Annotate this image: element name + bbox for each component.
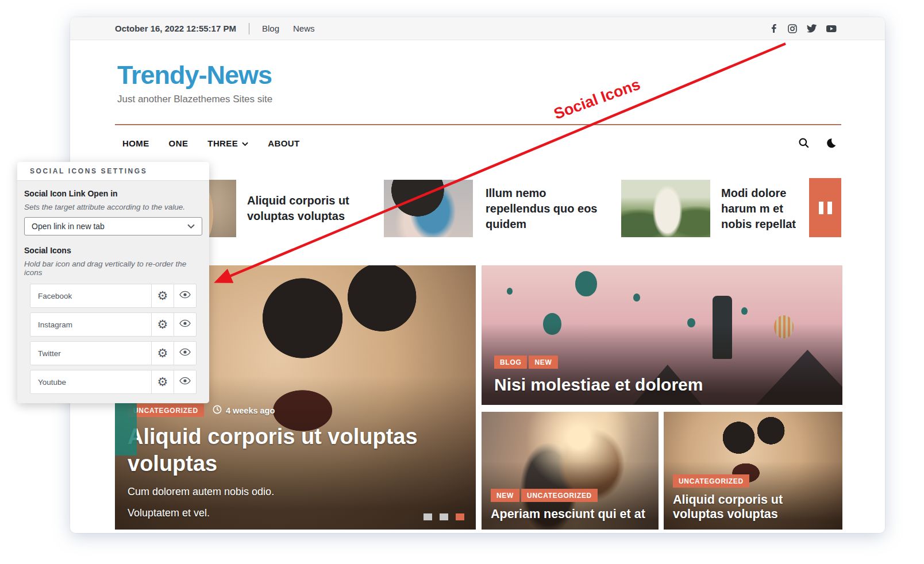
featured-post-card[interactable]: BLOG NEW Nisi molestiae et dolorem [482, 265, 842, 405]
topbar-social-icons [769, 24, 837, 33]
chevron-down-icon [242, 138, 248, 148]
topbar-link-blog[interactable]: Blog [262, 24, 279, 33]
social-icon-row-instagram[interactable]: Instagram ⚙ [30, 312, 197, 337]
featured-post-title[interactable]: Nisi molestiae et dolorem [494, 375, 830, 395]
small-post-card-left[interactable]: NEW UNCATEGORIZED Aperiam nesciunt qui e… [482, 412, 659, 530]
social-icons-settings-panel: SOCIAL ICONS SETTINGS Social Icon Link O… [17, 162, 209, 403]
facebook-icon[interactable] [769, 24, 778, 33]
hero-post-title[interactable]: Aliquid corporis ut voluptas voluptas [128, 423, 449, 477]
topbar-link-news[interactable]: News [293, 24, 315, 33]
search-icon[interactable] [798, 137, 810, 149]
small-post-card-right[interactable]: UNCATEGORIZED Aliquid corporis ut volupt… [664, 412, 842, 530]
category-badge[interactable]: UNCATEGORIZED [128, 404, 204, 417]
eye-icon [179, 291, 191, 301]
news-ticker: Aliquid corporis ut voluptas voluptas Il… [115, 180, 841, 237]
nav-item-one[interactable]: ONE [169, 138, 188, 148]
instagram-icon[interactable] [788, 24, 797, 33]
row-visibility-button[interactable] [174, 313, 196, 336]
hero-excerpt-1: Cum dolorem autem nobis odio. [128, 486, 463, 498]
clock-icon [213, 405, 222, 416]
row-drag-label[interactable]: Youtube [30, 370, 151, 393]
post-time: 4 weeks ago [213, 405, 275, 416]
category-badge[interactable]: NEW [529, 356, 557, 369]
chevron-down-icon [187, 222, 195, 231]
row-settings-button[interactable]: ⚙ [151, 370, 174, 393]
ticker-title-2[interactable]: Illum nemo repellendus quo eos quidem [486, 180, 613, 237]
row-drag-label[interactable]: Twitter [30, 342, 151, 365]
hero-excerpt-2: Voluptatem et vel. [128, 507, 463, 519]
gear-icon: ⚙ [157, 347, 168, 360]
featured-posts-grid: UNCATEGORIZED 4 weeks ago Aliquid corpor… [115, 265, 842, 530]
row-visibility-button[interactable] [174, 370, 196, 393]
category-badge[interactable]: UNCATEGORIZED [673, 474, 749, 488]
gear-icon: ⚙ [157, 376, 168, 388]
social-icon-row-twitter[interactable]: Twitter ⚙ [30, 341, 197, 365]
pause-icon [817, 202, 834, 214]
open-in-select[interactable]: Open link in new tab [24, 217, 202, 235]
category-badge[interactable]: UNCATEGORIZED [521, 489, 598, 502]
youtube-icon[interactable] [826, 25, 837, 33]
carousel-dots [424, 513, 464, 520]
twitter-icon[interactable] [807, 24, 817, 33]
ticker-pause-button[interactable] [809, 178, 841, 237]
row-visibility-button[interactable] [174, 342, 196, 365]
open-in-selected-value: Open link in new tab [32, 222, 105, 231]
main-navigation: HOME ONE THREE ABOUT [122, 125, 837, 161]
carousel-dot-2[interactable] [440, 513, 448, 520]
ticker-title-3[interactable]: Modi dolore harum m et nobis repellat [721, 180, 813, 237]
site-tagline: Just another Blazethemes Sites site [117, 94, 839, 105]
category-badge[interactable]: BLOG [494, 356, 527, 369]
gear-icon: ⚙ [157, 319, 168, 331]
ticker-thumbnail-2[interactable] [384, 180, 473, 237]
dark-mode-moon-icon[interactable] [825, 137, 837, 149]
datetime-text: October 16, 2022 12:55:17 PM [115, 24, 236, 33]
panel-title: SOCIAL ICONS SETTINGS [17, 162, 209, 181]
row-settings-button[interactable]: ⚙ [151, 284, 174, 307]
carousel-dot-3-active[interactable] [456, 513, 464, 520]
site-header: Trendy-News Just another Blazethemes Sit… [117, 40, 839, 105]
social-icons-list: Facebook ⚙ Instagram ⚙ Twitter ⚙ [30, 284, 197, 394]
eye-icon [179, 377, 191, 387]
nav-item-about[interactable]: ABOUT [268, 138, 299, 148]
row-drag-label[interactable]: Facebook [30, 284, 151, 307]
open-in-label: Social Icon Link Open in [24, 189, 202, 198]
carousel-dot-1[interactable] [424, 513, 432, 520]
row-visibility-button[interactable] [174, 284, 196, 307]
row-settings-button[interactable]: ⚙ [151, 313, 174, 336]
nav-utilities [798, 137, 837, 149]
gear-icon: ⚙ [157, 290, 168, 302]
page: October 16, 2022 12:55:17 PM Blog News [0, 0, 924, 564]
nav-item-home[interactable]: HOME [122, 138, 149, 148]
social-icons-label: Social Icons [24, 246, 202, 255]
eye-icon [179, 348, 191, 358]
site-title[interactable]: Trendy-News [117, 62, 839, 88]
row-drag-label[interactable]: Instagram [30, 313, 151, 336]
social-icons-description: Hold bar icon and drag vertically to re-… [24, 260, 202, 277]
hero-content: UNCATEGORIZED 4 weeks ago Aliquid corpor… [115, 393, 476, 530]
nav-item-three[interactable]: THREE [207, 138, 248, 148]
social-icon-row-facebook[interactable]: Facebook ⚙ [30, 284, 197, 308]
panel-body: Social Icon Link Open in Sets the target… [17, 181, 209, 403]
top-bar: October 16, 2022 12:55:17 PM Blog News [70, 17, 885, 40]
topbar-separator [249, 23, 249, 34]
small-post-title-left[interactable]: Aperiam nesciunt qui et at [491, 507, 649, 521]
ticker-title-1[interactable]: Aliquid corporis ut voluptas voluptas [247, 180, 372, 237]
ticker-thumbnail-3[interactable] [621, 180, 710, 237]
social-icon-row-youtube[interactable]: Youtube ⚙ [30, 370, 197, 394]
category-badge[interactable]: NEW [491, 489, 519, 502]
small-post-title-right[interactable]: Aliquid corporis ut voluptas voluptas [673, 493, 833, 521]
eye-icon [179, 319, 191, 330]
open-in-description: Sets the target attribute according to t… [24, 203, 202, 211]
row-settings-button[interactable]: ⚙ [151, 342, 174, 365]
